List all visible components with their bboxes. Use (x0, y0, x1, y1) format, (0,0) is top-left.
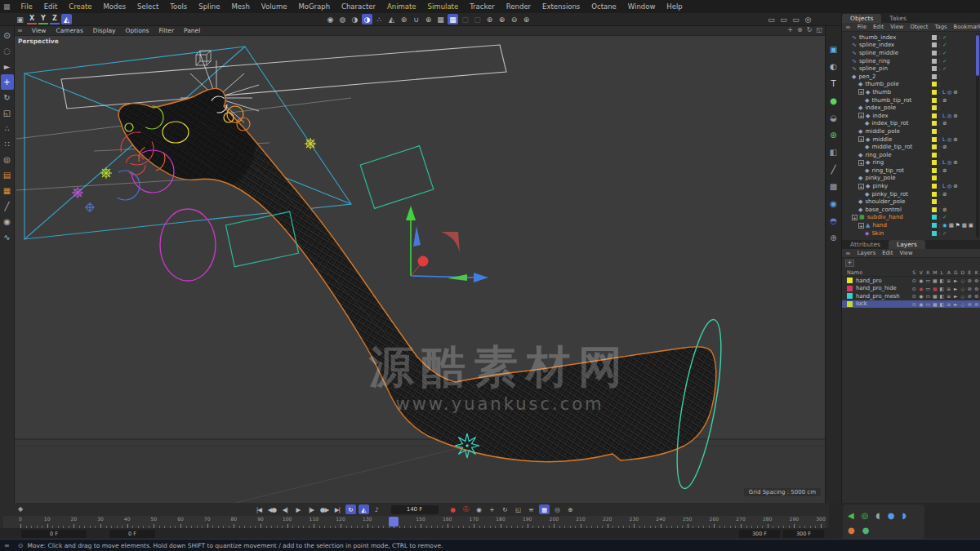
menu-simulate[interactable]: Simulate (422, 2, 465, 11)
mini-sphere-blue-icon[interactable]: ● (888, 511, 895, 520)
visibility-dots[interactable]: ∶ (937, 34, 942, 40)
character-mode-button[interactable]: ◭ (61, 14, 72, 24)
layer-toggle-r[interactable]: ▭ (924, 301, 932, 307)
palette-pen-button[interactable]: ╱ (826, 161, 841, 178)
forbid-tag-icon[interactable]: ⊘ (942, 167, 947, 174)
object-row-ring_tip_rot[interactable]: ◆ring_tip_rot∶⊘ (842, 167, 980, 175)
object-row-Skin[interactable]: ◈Skin∶✓ (842, 229, 980, 238)
object-row-middle[interactable]: +◆middle∶L◎⊘ (842, 136, 980, 144)
object-row-middle_tip_rot[interactable]: ◆middle_tip_rot∶⊘ (842, 143, 980, 151)
octane-dialog-button[interactable]: ◎ (803, 14, 813, 24)
layer-swatch[interactable] (847, 301, 853, 307)
layer-row-lock[interactable]: lock⊙◉▭▦◧≡►◇⊘⊛ (842, 300, 980, 309)
tab-takes[interactable]: Takes (881, 14, 915, 23)
vp-menu-filter[interactable]: Filter (154, 27, 179, 34)
layer-toggle-m[interactable]: ▦ (932, 286, 939, 291)
vp-rotate-icon[interactable]: ↻ (807, 26, 813, 33)
sculpt-brush-tool[interactable]: ◎ (1, 152, 14, 167)
ik-tag-icon[interactable]: L (942, 89, 946, 96)
target-tag-icon[interactable]: ◎ (947, 113, 952, 119)
menu-edit[interactable]: Edit (38, 2, 63, 11)
expander-icon[interactable]: + (858, 160, 864, 166)
layer-toggle-l[interactable]: ◧ (938, 286, 946, 291)
scale-tool[interactable]: ◱ (1, 105, 14, 121)
menu-mesh[interactable]: Mesh (225, 2, 255, 11)
target-tag-icon[interactable]: ◎ (947, 183, 952, 189)
object-row-ring[interactable]: +◆ring∶L◎⊘ (842, 159, 980, 167)
record-rotation-toggle[interactable]: ↻ (500, 504, 510, 514)
vp-menu-cameras[interactable]: Cameras (51, 27, 88, 34)
knife-tool[interactable]: ╱ (1, 198, 14, 214)
target-tag-icon[interactable]: ◎ (947, 159, 952, 166)
axis-z-toggle[interactable]: Z (50, 14, 60, 24)
visibility-dots[interactable]: ∶ (937, 105, 942, 111)
menu-modes[interactable]: Modes (97, 2, 131, 11)
object-row-base_control[interactable]: ◆base_control∶⊘ (842, 206, 980, 214)
magnet-snap-button[interactable]: ∪ (411, 14, 421, 24)
object-row-thumb_pole[interactable]: ◆thumb_pole∶ (842, 81, 980, 89)
visibility-dots[interactable]: ∶ (937, 176, 942, 181)
palette-deformer-button[interactable]: ◧ (826, 144, 841, 161)
visibility-dots[interactable]: ∶ (937, 73, 942, 79)
layer-toggle-s[interactable]: ⊙ (911, 286, 918, 291)
object-manager-burger-icon[interactable]: ≡ (845, 24, 851, 31)
layer-toggle-m[interactable]: ▦ (932, 293, 939, 299)
object-row-spline_middle[interactable]: ∿spline_middle∶✓ (842, 49, 980, 57)
forbid-tag-icon[interactable]: ⊘ (942, 97, 947, 104)
om-menu-bookmarks[interactable]: Bookmarks (951, 24, 980, 30)
tool-gear-button[interactable]: ⊕ (497, 14, 507, 24)
vp-menu-panel[interactable]: Panel (179, 27, 205, 34)
menu-tools[interactable]: Tools (164, 2, 193, 11)
visibility-dots[interactable]: ∶ (937, 191, 942, 197)
mini-hand-icon[interactable]: ◖ (875, 511, 880, 520)
viewport-perspective[interactable]: ≡ ViewCamerasDisplayOptionsFilterPanel +… (15, 26, 825, 503)
menu-character[interactable]: Character (336, 2, 381, 11)
visibility-dots[interactable]: ∶ (937, 184, 942, 189)
mini-material-green-icon[interactable]: ● (862, 526, 870, 535)
play-button[interactable]: ▶ (293, 504, 304, 514)
app-window-icon[interactable]: ▦ (3, 2, 11, 11)
layer-toggle-v[interactable]: ◉ (918, 301, 925, 307)
layer-row-hand_pro[interactable]: hand_pro⊙◉▭▦◧≡►◇⊘⊛ (842, 277, 980, 285)
object-row-ring_pole[interactable]: ◆ring_pole∶ (842, 151, 980, 159)
om-menu-tags[interactable]: Tags (932, 24, 951, 30)
layer-toggle-r[interactable]: ▭ (924, 278, 932, 283)
forbid-tag-icon[interactable]: ⊘ (953, 183, 957, 189)
layer-toggle-d[interactable]: ◇ (960, 293, 967, 299)
layer-toggle-s[interactable]: ⊙ (911, 301, 918, 307)
expander-icon[interactable]: + (858, 89, 864, 95)
menu-octane[interactable]: Octane (586, 2, 622, 11)
mini-material-red-icon[interactable]: ● (848, 526, 855, 535)
layer-toggle-s[interactable]: ⊙ (911, 278, 918, 283)
layer-toggle-m[interactable]: ▦ (932, 301, 939, 307)
check-tag-icon[interactable]: ✓ (942, 58, 947, 64)
weights-tag-icon[interactable]: ◉ (942, 222, 947, 229)
layer-swatch[interactable] (847, 293, 853, 299)
visibility-dots[interactable]: ∶ (937, 207, 942, 212)
vp-menu-options[interactable]: Options (121, 27, 154, 34)
visibility-dots[interactable]: ∶ (937, 215, 942, 220)
expander-icon[interactable]: + (852, 215, 858, 220)
layer-toggle-l[interactable]: ◧ (938, 301, 946, 307)
axis-y-toggle[interactable]: Y (38, 14, 48, 24)
mirror-tool[interactable]: ▤ (1, 167, 14, 183)
object-row-thumb_index[interactable]: ∿thumb_index∶✓ (842, 33, 980, 42)
forbid-tag-icon[interactable]: ⊘ (953, 113, 957, 119)
layer-toggle-g[interactable]: ► (952, 278, 960, 283)
ik-tag-icon[interactable]: L (942, 113, 946, 119)
palette-light-button[interactable]: ● (826, 92, 841, 109)
move-tool[interactable]: + (1, 74, 14, 90)
mini-capsule-icon[interactable]: ◗ (902, 511, 906, 520)
layer-toggle-s[interactable]: ⊙ (911, 293, 918, 299)
move-gizmo[interactable] (406, 206, 488, 282)
layer-toggle-a[interactable]: ≡ (946, 286, 953, 291)
status-burger-icon[interactable]: ≡ (4, 542, 10, 549)
layer-toggle-l[interactable]: ◧ (938, 278, 946, 283)
timeline-ruler[interactable]: 0102030405060708090100110120130140150160… (3, 516, 826, 528)
object-row-pinky_tip_rot[interactable]: ◆pinky_tip_rot∶⊘ (842, 190, 980, 198)
forbid-tag-icon[interactable]: ⊘ (953, 159, 957, 166)
palette-sphere-button[interactable]: ◐ (826, 58, 841, 75)
check-tag-icon[interactable]: ✓ (942, 34, 947, 41)
layers-menu-view[interactable]: View (896, 250, 915, 256)
vp-menu-display[interactable]: Display (88, 27, 121, 34)
